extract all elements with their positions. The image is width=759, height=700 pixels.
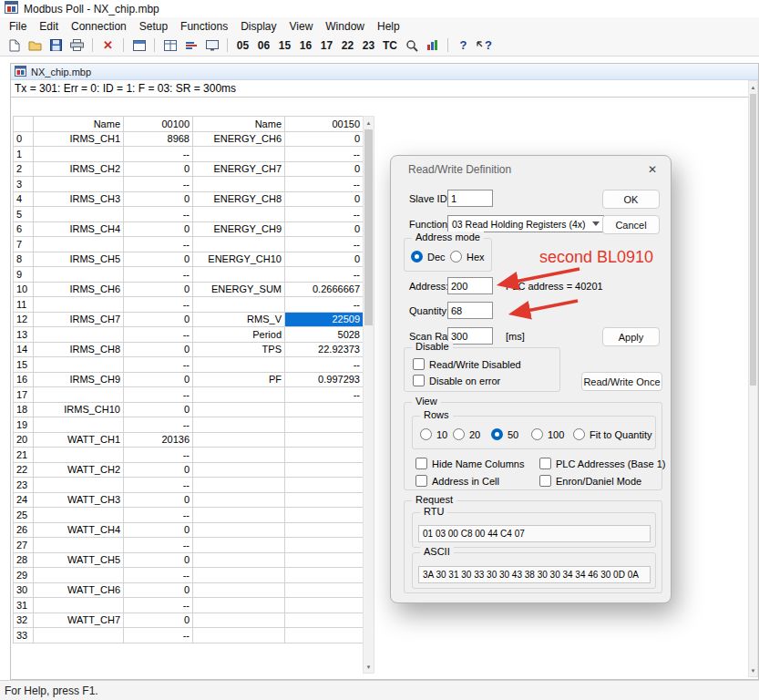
save-icon[interactable] [46, 36, 66, 55]
read-write-definition-icon[interactable] [160, 36, 179, 55]
value-cell[interactable] [285, 598, 364, 613]
value-cell[interactable]: 0 [285, 191, 364, 207]
value-cell[interactable] [285, 478, 364, 493]
value-cell[interactable]: -- [285, 387, 364, 403]
new-file-icon[interactable] [5, 36, 24, 55]
name-cell[interactable]: ENERGY_CH8 [193, 191, 285, 207]
name-cell[interactable]: WATT_CH5 [34, 552, 124, 568]
name-cell[interactable] [193, 357, 285, 373]
name-cell[interactable]: IRMS_CH1 [34, 131, 124, 147]
value-cell[interactable]: 0.997293 [285, 372, 364, 387]
name-cell[interactable] [193, 582, 285, 598]
scroll-down-icon[interactable]: ▼ [749, 664, 757, 676]
name-cell[interactable]: IRMS_CH3 [34, 191, 124, 207]
function-06-button[interactable]: 06 [254, 36, 273, 55]
name-cell[interactable] [193, 177, 285, 192]
name-cell[interactable] [193, 237, 285, 252]
name-cell[interactable] [193, 387, 285, 403]
close-icon[interactable]: ✕ [643, 160, 662, 179]
window-scrollbar[interactable]: ▲ ▼ [748, 80, 758, 677]
scroll-up-icon[interactable]: ▲ [364, 117, 374, 129]
scroll-down-icon[interactable]: ▼ [364, 661, 374, 673]
value-cell[interactable]: 0 [124, 402, 193, 417]
value-cell[interactable]: -- [124, 448, 193, 463]
name-cell[interactable]: IRMS_CH5 [34, 252, 124, 267]
scan-rate-input[interactable] [447, 327, 493, 345]
name-cell[interactable]: ENERGY_SUM [193, 282, 285, 297]
value-cell[interactable]: 0 [124, 492, 193, 508]
value-cell[interactable]: 0 [124, 221, 193, 237]
menu-edit[interactable]: Edit [33, 18, 65, 35]
radio-rows-100[interactable]: 100 [531, 428, 564, 440]
value-cell[interactable]: -- [285, 267, 364, 283]
value-cell[interactable]: 0 [124, 342, 193, 357]
value-cell[interactable]: -- [124, 207, 193, 222]
value-cell[interactable]: -- [124, 478, 193, 493]
name-cell[interactable] [193, 552, 285, 568]
name-cell[interactable]: IRMS_CH7 [34, 312, 124, 327]
display-options-icon[interactable] [202, 36, 221, 55]
name-cell[interactable] [34, 147, 124, 162]
name-cell[interactable] [193, 297, 285, 313]
radio-hex[interactable]: Hex [450, 251, 485, 262]
value-cell[interactable]: 0 [124, 522, 193, 538]
zoom-icon[interactable] [402, 36, 421, 55]
name-cell[interactable] [193, 402, 285, 417]
name-cell[interactable]: RMS_V [193, 312, 285, 327]
value-cell[interactable] [285, 522, 364, 538]
context-help-icon[interactable]: ? [475, 36, 494, 55]
value-cell[interactable]: 22.92373 [285, 342, 364, 357]
name-cell[interactable] [193, 598, 285, 613]
value-cell[interactable]: 0 [285, 221, 364, 237]
name-cell[interactable] [193, 628, 285, 643]
value-cell[interactable]: -- [285, 147, 364, 162]
value-cell[interactable]: 0 [124, 252, 193, 267]
name-cell[interactable] [34, 387, 124, 403]
value-cell[interactable]: -- [124, 387, 193, 403]
name-cell[interactable]: WATT_CH1 [34, 432, 124, 448]
name-cell[interactable]: ENERGY_CH6 [193, 131, 285, 147]
value-cell[interactable]: 0 [124, 612, 193, 628]
print-icon[interactable] [67, 36, 87, 55]
value-cell[interactable] [285, 628, 364, 643]
value-cell[interactable] [285, 462, 364, 478]
name-cell[interactable]: TPS [193, 342, 285, 357]
name-cell[interactable] [193, 448, 285, 463]
value-cell[interactable]: 0.2666667 [285, 282, 364, 297]
name-cell[interactable]: ENERGY_CH9 [193, 221, 285, 237]
value-cell[interactable]: -- [124, 267, 193, 283]
name-cell[interactable] [34, 538, 124, 553]
name-cell[interactable] [34, 327, 124, 343]
name-cell[interactable] [193, 538, 285, 553]
name-cell[interactable] [34, 417, 124, 433]
test-center-button[interactable]: TC [380, 36, 400, 55]
apply-button[interactable]: Apply [602, 327, 660, 346]
menu-functions[interactable]: Functions [174, 18, 234, 35]
value-cell[interactable]: 0 [124, 191, 193, 207]
menu-window[interactable]: Window [319, 18, 371, 35]
menu-view[interactable]: View [283, 18, 320, 35]
address-input[interactable] [447, 277, 493, 294]
name-cell[interactable]: ENERGY_CH7 [193, 161, 285, 177]
value-cell[interactable] [285, 492, 364, 508]
value-cell[interactable]: 0 [124, 282, 193, 297]
read-write-once-button[interactable]: Read/Write Once [581, 372, 662, 391]
name-cell[interactable] [34, 478, 124, 493]
name-cell[interactable] [193, 478, 285, 493]
name-cell[interactable] [34, 177, 124, 192]
function-16-button[interactable]: 16 [296, 36, 315, 55]
radio-rows-20[interactable]: 20 [453, 428, 480, 440]
value-cell[interactable]: -- [124, 628, 193, 643]
value-cell[interactable] [285, 568, 364, 583]
communication-traffic-icon[interactable] [181, 36, 200, 55]
name-cell[interactable] [34, 237, 124, 252]
name-cell[interactable] [193, 508, 285, 523]
name-cell[interactable] [34, 297, 124, 313]
function-15-button[interactable]: 15 [275, 36, 294, 55]
name-cell[interactable] [193, 612, 285, 628]
value-cell[interactable]: -- [124, 508, 193, 523]
name-cell[interactable]: IRMS_CH4 [34, 221, 124, 237]
radio-rows-10[interactable]: 10 [420, 428, 447, 440]
value-cell[interactable]: 0 [124, 582, 193, 598]
value-cell[interactable] [285, 538, 364, 553]
